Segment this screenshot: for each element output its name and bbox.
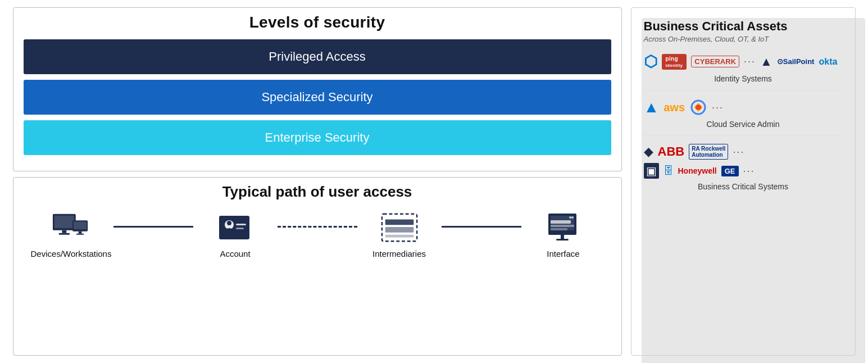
svg-rect-12 [236,228,244,229]
path-item-devices: Devices/Workstations [29,211,113,258]
identity-dots: ··· [744,56,756,67]
svg-rect-7 [76,234,84,235]
path-item-intermediaries: Intermediaries [357,211,442,258]
business-label: Business Critical Systems [644,182,843,191]
svg-rect-1 [54,216,74,228]
square-icon: ▣ [644,163,659,179]
business-section: ◆ ABB RA RockwellAutomation ··· ▣ 🗄 Hone… [644,144,843,198]
intermediaries-icon [380,211,419,244]
azure-logo: ⬡ [644,52,657,71]
svg-rect-21 [551,220,571,224]
privileged-access-bar: Privileged Access [24,39,611,74]
cloud-label: Cloud Service Admin [644,120,843,129]
path-title: Typical path of user access [24,183,611,201]
connector-2-dashed [278,226,357,228]
path-section: Typical path of user access [13,177,622,356]
devices-icon [52,211,91,244]
connector-1 [113,226,193,228]
svg-rect-3 [58,233,69,235]
enterprise-security-bar: Enterprise Security [24,120,611,155]
svg-rect-15 [385,227,413,233]
identity-section: ⬡ pingidentity CYBERARK ··· ▲ ⊙SailPoint… [644,52,843,90]
svg-rect-14 [385,219,413,225]
honeywell-logo: Honeywell [678,166,717,175]
bca-title: Business Critical Assets [644,19,843,34]
aws-logo: aws [664,101,685,114]
cloud-section: ▲ aws ··· Cloud Service Admin [644,98,843,136]
ge-logo: GE [721,166,739,176]
svg-rect-8 [219,216,249,239]
svg-rect-24 [561,235,564,239]
interface-label: Interface [547,249,579,258]
account-label: Account [220,249,250,258]
left-panel: Levels of security Privileged Access Spe… [13,7,622,356]
interface-icon [544,211,583,244]
db-icon: 🗄 [664,165,674,177]
intermediaries-label: Intermediaries [372,249,426,258]
cyberark-logo: CYBERARK [691,56,739,67]
svg-rect-16 [385,235,413,238]
identity-label: Identity Systems [644,74,843,83]
devices-label: Devices/Workstations [31,249,112,258]
account-icon [216,211,255,244]
business-logos-2: ▣ 🗄 Honeywell GE ··· [644,163,843,179]
main-container: Levels of security Privileged Access Spe… [13,7,856,356]
svg-rect-25 [556,239,569,241]
rockwell-logo: RA RockwellAutomation [689,144,728,160]
business-dots-1: ··· [733,146,744,158]
okta-logo: okta [819,57,837,67]
svg-rect-5 [73,221,86,229]
diamond-icon: ◆ [644,144,653,159]
sailpoint-icon: ▲ [760,55,772,69]
specialized-security-bar: Specialized Security [24,80,611,115]
identity-logos: ⬡ pingidentity CYBERARK ··· ▲ ⊙SailPoint… [644,52,843,71]
path-item-account: Account [193,211,278,258]
svg-rect-6 [78,232,81,234]
cloud-logos: ▲ aws ··· [644,98,843,116]
levels-title: Levels of security [24,13,611,31]
svg-rect-2 [62,230,66,233]
cloud-dots: ··· [712,102,724,114]
business-logos: ◆ ABB RA RockwellAutomation ··· [644,144,843,160]
bca-subtitle: Across On-Premises, Cloud, OT, & IoT [644,35,843,43]
path-items: Devices/Workstations [24,211,611,258]
svg-point-27 [696,105,701,110]
svg-rect-23 [551,228,567,230]
svg-point-10 [227,221,231,225]
right-panel: Business Critical Assets Across On-Premi… [631,7,856,356]
abb-logo: ABB [658,144,685,159]
svg-point-19 [569,216,571,219]
svg-rect-22 [551,225,574,227]
sailpoint-logo: ⊙SailPoint [777,57,815,66]
ping-logo: pingidentity [662,54,687,70]
business-dots-2: ··· [743,165,755,177]
azure-cloud-icon: ▲ [644,98,660,116]
gcp-logo [689,98,707,116]
svg-rect-11 [236,224,246,225]
levels-section: Levels of security Privileged Access Spe… [13,7,622,171]
connector-3 [442,226,521,228]
svg-point-20 [571,216,574,219]
path-item-interface: Interface [521,211,606,258]
